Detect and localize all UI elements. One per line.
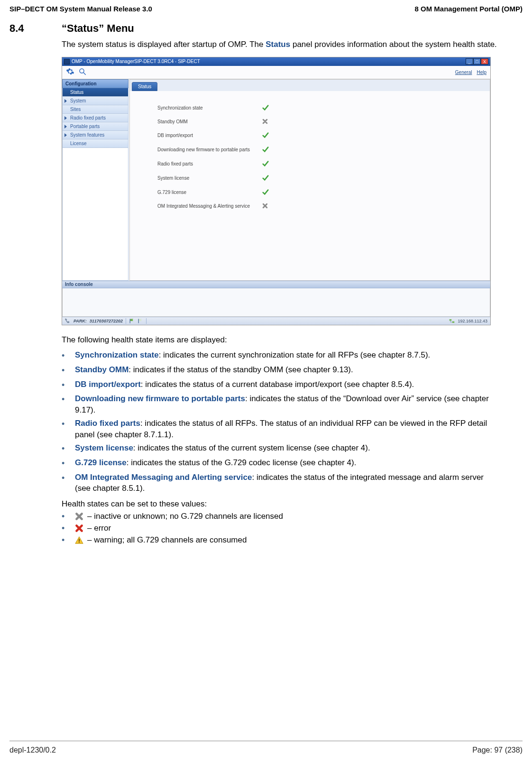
intro-bold: Status <box>266 40 290 49</box>
chevron-right-icon <box>64 116 67 120</box>
app-icon <box>64 59 70 64</box>
bullet-icon: • <box>62 457 75 469</box>
svg-rect-7 <box>79 542 80 543</box>
park-label: PARK: <box>73 319 87 323</box>
x-red-icon <box>75 524 86 533</box>
section-title: “Status” Menu <box>62 22 134 35</box>
warning-icon <box>75 536 86 544</box>
sidebar-item-license[interactable]: License <box>62 139 128 148</box>
status-row: Standby OMM <box>157 116 280 128</box>
status-row: Radio fixed parts <box>157 157 280 171</box>
flag-ok-icon <box>129 318 135 324</box>
list-item: •DB import/export: indicates the status … <box>62 379 498 391</box>
list-item-text: G.729 license: indicates the status of t… <box>75 457 498 469</box>
list-item: •G.729 license: indicates the status of … <box>62 457 498 469</box>
list-item: •Radio fixed parts: indicates the status… <box>62 418 498 440</box>
value-text: – inactive or unknown; no G.729 channels… <box>87 512 283 521</box>
header-right: 8 OM Management Portal (OMP) <box>414 5 523 13</box>
sidebar-item-radio-fixed-parts[interactable]: Radio fixed parts <box>62 114 128 122</box>
sidebar-item-portable-parts[interactable]: Portable parts <box>62 122 128 131</box>
sidebar-item-label: Sites <box>70 107 81 112</box>
window-titlebar: OMP - OpenMobility ManagerSIP-DECT 3.0RC… <box>62 57 490 66</box>
check-ok-icon <box>262 129 280 142</box>
sidebar-item-label: Status <box>70 90 83 95</box>
check-ok-icon <box>262 157 280 171</box>
screenshot-figure: OMP - OpenMobility ManagerSIP-DECT 3.0RC… <box>62 57 491 325</box>
check-ok-icon <box>262 186 280 199</box>
chevron-right-icon <box>64 125 67 129</box>
svg-rect-4 <box>449 319 452 321</box>
list-item-text: Radio fixed parts: indicates the status … <box>75 418 498 440</box>
bullet-icon: • <box>62 535 75 545</box>
list-item-term: DB import/export <box>75 380 141 389</box>
gear-icon[interactable] <box>66 67 74 78</box>
list-item: •OM Integrated Messaging and Alerting se… <box>62 472 498 494</box>
x-grey-icon <box>262 200 280 212</box>
list-item-term: OM Integrated Messaging and Alerting ser… <box>75 473 252 482</box>
bullet-icon: • <box>62 512 75 522</box>
close-button[interactable]: X <box>481 58 488 64</box>
x-grey-icon <box>262 116 280 128</box>
nav-help[interactable]: Help <box>477 70 486 75</box>
sidebar-item-label: License <box>70 141 86 146</box>
status-row-label: G.729 license <box>157 186 261 199</box>
bullet-icon: • <box>62 364 75 377</box>
svg-point-0 <box>80 69 84 73</box>
list-item-term: Radio fixed parts <box>75 419 140 428</box>
status-row: Synchronization state <box>157 101 280 115</box>
value-item: • – inactive or unknown; no G.729 channe… <box>62 512 523 522</box>
health-items-list: •Synchronization state: indicates the cu… <box>62 349 498 494</box>
value-item: • – error <box>62 524 523 533</box>
values-list: • – inactive or unknown; no G.729 channe… <box>62 512 523 545</box>
maximize-button[interactable]: □ <box>473 58 481 64</box>
sidebar-blank <box>62 148 128 281</box>
bullet-icon: • <box>62 349 75 362</box>
status-row-label: Radio fixed parts <box>157 157 261 171</box>
check-ok-icon <box>262 143 280 156</box>
value-text: – warning; all G.729 channels are consum… <box>87 535 247 545</box>
tab-status[interactable]: Status <box>132 82 157 91</box>
sidebar-item-label: System features <box>70 132 104 138</box>
bullet-icon: • <box>62 524 75 533</box>
status-row-label: Synchronization state <box>157 101 261 115</box>
intro-post: panel provides information about the sys… <box>290 40 497 49</box>
svg-rect-3 <box>138 319 139 323</box>
footer-right: Page: 97 (238) <box>472 746 523 754</box>
check-ok-icon <box>262 172 280 185</box>
status-row: DB import/export <box>157 129 280 142</box>
sidebar-item-status[interactable]: Status <box>62 88 128 97</box>
page-header: SIP–DECT OM System Manual Release 3.0 8 … <box>9 5 523 13</box>
sidebar-item-sites[interactable]: Sites <box>62 105 128 114</box>
nav-general[interactable]: General <box>455 70 472 75</box>
flag-clear-icon <box>138 318 143 324</box>
intro-pre: The system status is displayed after sta… <box>62 40 266 49</box>
sidebar-item-system-features[interactable]: System features <box>62 131 128 139</box>
list-item-term: System license <box>75 443 133 452</box>
list-item-term: Synchronization state <box>75 350 159 359</box>
app-body: Configuration StatusSystemSitesRadio fix… <box>62 79 490 281</box>
bullet-icon: • <box>62 442 75 455</box>
list-item-text: DB import/export: indicates the status o… <box>75 379 498 391</box>
network-icon <box>449 318 455 324</box>
chevron-right-icon <box>64 133 67 137</box>
status-row-label: DB import/export <box>157 129 261 142</box>
svg-rect-2 <box>129 319 130 323</box>
list-item: •Standby OMM: indicates if the status of… <box>62 364 498 377</box>
status-table: Synchronization stateStandby OMMDB impor… <box>156 101 281 213</box>
status-row: G.729 license <box>157 186 280 199</box>
status-row: System license <box>157 172 280 185</box>
list-item-text: System license: indicates the status of … <box>75 442 498 455</box>
list-item: •System license: indicates the status of… <box>62 442 498 455</box>
sidebar-item-system[interactable]: System <box>62 97 128 105</box>
intro-paragraph: The system status is displayed after sta… <box>62 39 498 50</box>
page-footer: depl-1230/0.2 Page: 97 (238) <box>9 741 523 754</box>
info-console-header[interactable]: Info console <box>62 281 490 288</box>
minimize-button[interactable]: _ <box>466 58 473 64</box>
search-icon[interactable] <box>78 67 87 78</box>
values-intro: Health states can be set to these values… <box>62 499 498 510</box>
status-row-label: Downloading new firmware to portable par… <box>157 143 261 156</box>
status-row-label: OM Integrated Messaging & Alerting servi… <box>157 200 261 212</box>
list-item-text: OM Integrated Messaging and Alerting ser… <box>75 472 498 494</box>
status-row: OM Integrated Messaging & Alerting servi… <box>157 200 280 212</box>
svg-rect-5 <box>452 322 455 323</box>
